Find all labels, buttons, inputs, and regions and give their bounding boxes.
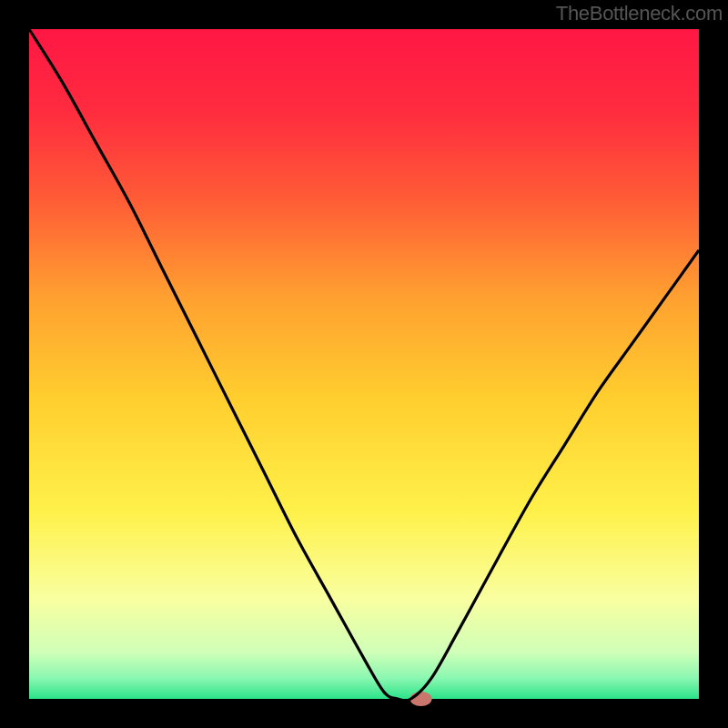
bottleneck-chart <box>0 0 728 728</box>
watermark-text: TheBottleneck.com <box>556 2 723 25</box>
plot-background <box>29 29 699 699</box>
chart-container: TheBottleneck.com <box>0 0 728 728</box>
